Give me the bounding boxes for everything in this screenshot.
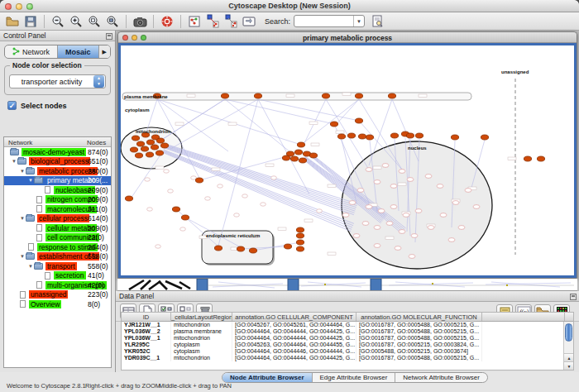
zoom-in-icon[interactable] <box>69 14 84 29</box>
help-icon[interactable] <box>160 14 175 29</box>
tree-row[interactable]: ▼cellular process614(0) <box>4 214 111 224</box>
network-node-small <box>386 222 393 226</box>
network-canvas[interactable]: plasma membranecytoplasmmitochondrionnuc… <box>118 43 577 278</box>
tree-row[interactable]: ▼establishment of lo558(0) <box>4 252 111 262</box>
tab-node-attribute-browser[interactable]: Node Attribute Browser <box>223 373 313 382</box>
tree-row[interactable]: unassigned223(0) <box>4 290 111 300</box>
table-row[interactable]: YJR121W__1mitochondrion[GO:0045267, GO:0… <box>122 322 573 328</box>
attribute-table[interactable]: ID_cellularLayoutRegionannotation.GO CEL… <box>121 312 574 370</box>
tree-column-nodes: Nodes <box>87 139 106 146</box>
node-label-tag <box>309 122 318 125</box>
expand-arrow-icon[interactable]: ▼ <box>19 254 26 259</box>
node-color-dropdown[interactable]: transporter activity ▲▼ <box>9 74 106 88</box>
network-node <box>160 143 168 148</box>
snapshot-icon[interactable] <box>132 14 147 29</box>
network-node-small <box>234 213 240 217</box>
table-scrollbar[interactable]: ▲ ▼ <box>563 322 573 370</box>
annotation-icon[interactable] <box>242 14 256 29</box>
table-row[interactable]: YPL036W__2plasma membrane[GO:0044464, GO… <box>122 328 573 335</box>
zoom-out-icon[interactable] <box>50 14 65 29</box>
expand-arrow-icon[interactable]: ▼ <box>19 216 26 221</box>
search-input[interactable]: ▼ <box>294 15 365 27</box>
tree-row[interactable]: secretion41(0) <box>4 271 111 281</box>
node-label-tag <box>373 166 381 170</box>
tab-mosaic[interactable]: Mosaic <box>58 45 99 58</box>
scroll-up-icon[interactable]: ▲ <box>564 353 574 361</box>
background-window-slivers[interactable] <box>117 279 577 291</box>
search-field[interactable] <box>294 17 353 26</box>
network-node-small <box>374 244 380 248</box>
expand-arrow-icon[interactable]: ▼ <box>19 169 26 174</box>
column-header[interactable]: ID <box>122 313 171 321</box>
tree-row[interactable]: nitrogen compo209(0) <box>4 195 111 205</box>
layout-group-icon[interactable] <box>223 14 238 29</box>
tree-row[interactable]: mosaic-demo-yeast874(0) <box>4 147 111 157</box>
network-edge <box>160 99 225 141</box>
table-row[interactable]: YPL036W__1mitochondrion[GO:0044464, GO:0… <box>122 335 573 342</box>
table-cell: cytoplasm <box>171 348 232 355</box>
table-row[interactable]: YLR295Ccytoplasm[GO:0045263, GO:0044464,… <box>122 342 573 348</box>
tab-network-attribute-browser[interactable]: Network Attribute Browser <box>395 373 486 382</box>
network-node <box>221 93 228 98</box>
tree-row[interactable]: nucleobase-209(0) <box>4 185 111 195</box>
tree-row-label: secretion <box>54 271 86 280</box>
table-cell <box>482 328 565 335</box>
network-node <box>151 145 158 150</box>
folder-icon <box>26 215 35 222</box>
network-node-small <box>440 213 447 218</box>
network-node <box>415 133 423 138</box>
tab-overflow-button[interactable]: ▶ <box>99 45 110 58</box>
tree-row[interactable]: cell communicat22(0) <box>4 233 111 243</box>
expand-arrow-icon[interactable]: ▼ <box>27 178 34 183</box>
network-node-small <box>168 189 174 193</box>
node-label-tag <box>175 122 184 126</box>
network-node-small <box>374 180 380 184</box>
layout-region-icon[interactable] <box>205 14 220 29</box>
network-desktop: primary metabolic process plasma membran… <box>116 31 579 372</box>
network-node <box>141 146 148 151</box>
chevron-down-icon[interactable]: ▼ <box>353 16 364 26</box>
network-node-small <box>448 238 455 242</box>
tree-row[interactable]: ▼primary metabo209(... <box>4 176 111 186</box>
tree-row[interactable]: macromolecule311(0) <box>4 204 111 214</box>
tree-row[interactable]: ▼metabolic process280(0) <box>4 166 111 176</box>
overview-icon[interactable] <box>187 14 202 29</box>
scroll-down-icon[interactable]: ▼ <box>564 361 574 370</box>
column-header[interactable]: annotation.GO MOLECULAR_FUNCTION <box>356 313 482 321</box>
open-icon[interactable] <box>5 14 20 29</box>
network-tab-icon <box>12 47 20 57</box>
network-node <box>254 93 261 98</box>
select-nodes-checkbox[interactable]: ✓ <box>7 101 17 110</box>
tab-edge-attribute-browser[interactable]: Edge Attribute Browser <box>313 373 396 382</box>
tree-row-count: 651(0) <box>88 157 112 165</box>
column-header[interactable]: annotation.GO CELLULAR_COMPONENT <box>232 313 356 321</box>
network-node <box>451 135 458 140</box>
float-data-panel-icon[interactable] <box>570 294 577 300</box>
expand-arrow-icon[interactable]: ▼ <box>11 159 17 164</box>
zoom-fit-icon[interactable] <box>87 14 102 29</box>
node-label-tag <box>342 93 351 96</box>
tree-row[interactable]: cellular metabo209(0) <box>4 223 111 233</box>
scrollbar-thumb[interactable] <box>565 323 572 342</box>
zoom-selected-icon[interactable] <box>105 14 120 29</box>
table-row[interactable]: YKR052Ccytoplasm[GO:0044464, GO:0044446,… <box>122 348 573 355</box>
tree-row[interactable]: ▼biological_process651(0) <box>4 157 111 167</box>
tree-row[interactable]: ▼transport558(0) <box>4 261 111 271</box>
table-row[interactable]: YDR039C__1mitochondrion[GO:0044464, GO:0… <box>122 355 573 361</box>
tree-row[interactable]: multi-organism pro42(0) <box>4 280 111 290</box>
cytoscape-window: Cytoscape Desktop (New Session) Search: … <box>0 0 579 392</box>
save-icon[interactable] <box>23 14 38 29</box>
column-header[interactable]: _cellularLayoutRegion <box>171 313 232 321</box>
search-config-icon[interactable] <box>370 14 385 29</box>
expand-arrow-icon[interactable]: ▼ <box>27 264 34 269</box>
tab-mosaic-label: Mosaic <box>65 48 91 56</box>
tree-row[interactable]: response to stimul264(0) <box>4 242 111 252</box>
column-header[interactable] <box>482 313 565 321</box>
tab-network[interactable]: Network <box>5 45 58 58</box>
table-cell: [GO:0016787, GO:0005488, GO:0005215, G..… <box>356 335 482 342</box>
table-cell <box>482 355 565 361</box>
network-node <box>297 142 304 147</box>
float-panel-icon[interactable] <box>106 33 112 40</box>
tree-row[interactable]: Overview8(0) <box>4 299 111 309</box>
network-view-window[interactable]: primary metabolic process plasma membran… <box>117 31 577 279</box>
